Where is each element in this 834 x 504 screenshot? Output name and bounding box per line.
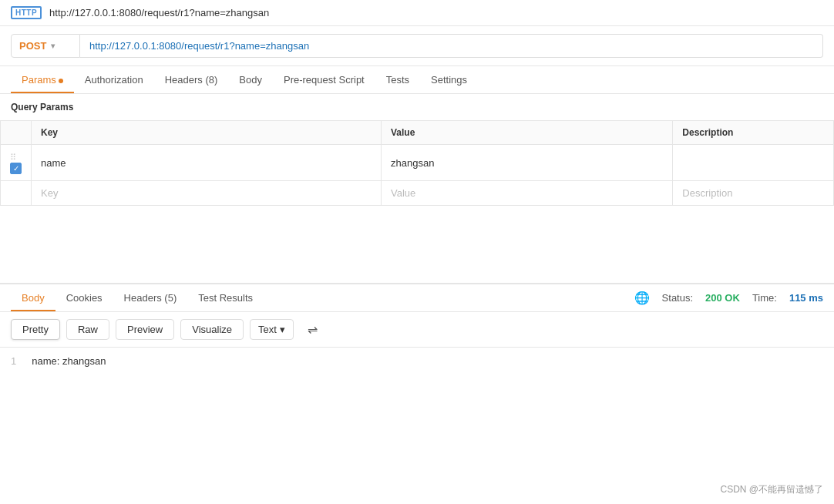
drag-handle-cell: ⠿ — [1, 145, 32, 181]
tab-body[interactable]: Body — [228, 66, 273, 93]
response-section: Body Cookies Headers (5) Test Results 🌐 … — [0, 283, 834, 394]
desc-placeholder: Description — [682, 187, 732, 199]
status-label: Status: — [662, 292, 693, 304]
tab-tests[interactable]: Tests — [375, 66, 420, 93]
query-params-table: Key Value Description ⠿ name zhangsan — [0, 120, 834, 206]
response-tabs-bar: Body Cookies Headers (5) Test Results 🌐 … — [0, 284, 834, 312]
tab-settings[interactable]: Settings — [420, 66, 478, 93]
empty-row: Key Value Description — [1, 181, 834, 206]
response-body: 1 name: zhangsan — [0, 348, 834, 394]
response-tab-headers[interactable]: Headers (5) — [113, 284, 188, 311]
table-row: ⠿ name zhangsan — [1, 145, 834, 181]
text-format-dropdown[interactable]: Text ▾ — [250, 319, 294, 340]
response-status-area: 🌐 Status: 200 OK Time: 115 ms — [634, 291, 823, 305]
format-pretty-btn[interactable]: Pretty — [11, 319, 60, 340]
tab-authorization[interactable]: Authorization — [74, 66, 154, 93]
globe-icon: 🌐 — [634, 291, 650, 305]
row-value-cell: zhangsan — [382, 145, 673, 181]
time-value: 115 ms — [789, 292, 823, 304]
tab-headers[interactable]: Headers (8) — [154, 66, 229, 93]
response-line-1: 1 name: zhangsan — [11, 355, 823, 367]
wrap-button[interactable]: ⇌ — [300, 318, 325, 341]
col-value-header: Value — [382, 121, 673, 145]
title-bar: HTTP http://127.0.0.1:8080/request/r1?na… — [0, 0, 834, 26]
row-desc-cell — [673, 145, 834, 181]
empty-value-cell[interactable]: Value — [382, 181, 673, 206]
response-tab-testresults[interactable]: Test Results — [187, 284, 264, 311]
format-bar: Pretty Raw Preview Visualize Text ▾ ⇌ — [0, 312, 834, 348]
response-tab-body[interactable]: Body — [11, 284, 55, 311]
checkbox-cell — [10, 163, 22, 174]
status-value: 200 OK — [705, 292, 740, 304]
tab-params[interactable]: Params — [11, 66, 74, 93]
text-format-chevron-icon: ▾ — [280, 324, 285, 335]
value-placeholder: Value — [391, 187, 415, 199]
request-tabs-bar: Params Authorization Headers (8) Body Pr… — [0, 66, 834, 94]
format-preview-btn[interactable]: Preview — [116, 319, 174, 340]
url-input[interactable] — [80, 34, 823, 58]
row-checkbox[interactable] — [10, 163, 22, 174]
text-format-label: Text — [258, 324, 277, 335]
response-content-1: name: zhangsan — [32, 355, 106, 367]
query-params-header: Query Params — [0, 94, 834, 120]
time-label: Time: — [752, 292, 777, 304]
col-key-header: Key — [32, 121, 382, 145]
line-number-1: 1 — [11, 355, 16, 367]
method-dropdown[interactable]: POST ▾ — [11, 34, 80, 58]
col-drag-header — [1, 121, 32, 145]
empty-key-cell[interactable]: Key — [32, 181, 382, 206]
row-key-cell: name — [32, 145, 382, 181]
key-placeholder: Key — [41, 187, 58, 199]
method-chevron-icon: ▾ — [51, 42, 55, 50]
http-badge: HTTP — [11, 6, 42, 19]
title-url: http://127.0.0.1:8080/request/r1?name=zh… — [49, 7, 269, 18]
empty-drag-cell — [1, 181, 32, 206]
response-tab-cookies[interactable]: Cookies — [55, 284, 113, 311]
format-visualize-btn[interactable]: Visualize — [180, 319, 244, 340]
format-raw-btn[interactable]: Raw — [66, 319, 109, 340]
tab-prerequest[interactable]: Pre-request Script — [273, 66, 375, 93]
drag-handle-icon: ⠿ — [10, 153, 16, 162]
method-label: POST — [19, 40, 46, 52]
params-dot — [59, 79, 63, 83]
request-bar: POST ▾ — [0, 26, 834, 66]
col-desc-header: Description — [673, 121, 834, 145]
empty-desc-cell[interactable]: Description — [673, 181, 834, 206]
